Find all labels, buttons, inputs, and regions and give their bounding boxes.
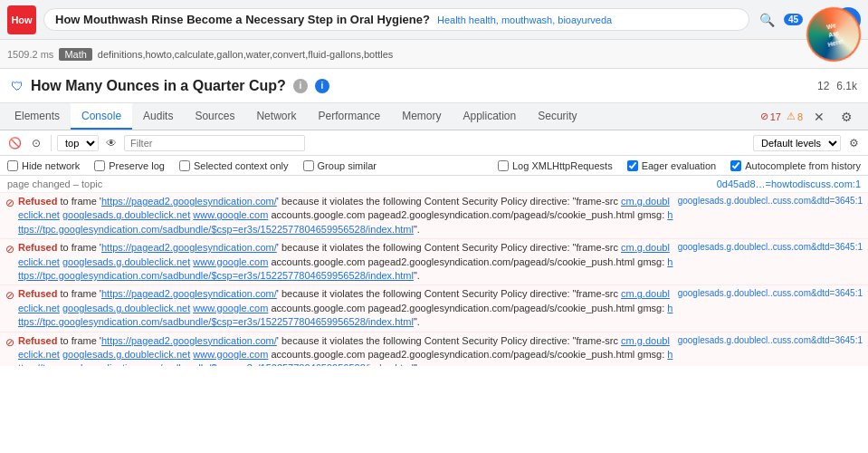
- devtools-close-button[interactable]: ✕: [808, 106, 830, 128]
- error-text-1: Refused to frame 'https://pagead2.google…: [18, 195, 674, 236]
- error-icon: ⊘: [760, 111, 768, 122]
- group-similar-checkbox[interactable]: [303, 160, 314, 171]
- filter-toggle-button[interactable]: ⊙: [27, 134, 45, 152]
- system-message-source: 0d45ad8…=howtodiscuss.com:1: [717, 178, 861, 189]
- devtools-settings-button[interactable]: ⚙: [835, 106, 857, 128]
- error-row-3: ⊘ Refused to frame 'https://pagead2.goog…: [0, 285, 868, 332]
- error-icon-3: ⊘: [5, 288, 14, 304]
- second-bar: 1509.2 ms Math definitions,howto,calcula…: [0, 40, 868, 69]
- error-row-1: ⊘ Refused to frame 'https://pagead2.goog…: [0, 193, 868, 239]
- options-right: Log XMLHttpRequests Eager evaluation Aut…: [498, 160, 861, 171]
- devtools-tabs: Elements Console Audits Sources Network …: [0, 103, 868, 130]
- tab-security[interactable]: Security: [527, 103, 587, 130]
- hide-network-option[interactable]: Hide network: [7, 160, 80, 171]
- eager-eval-option[interactable]: Eager evaluation: [627, 160, 717, 171]
- group-similar-option[interactable]: Group similar: [303, 160, 377, 171]
- console-options-row1: Hide network Preserve log Selected conte…: [0, 156, 868, 176]
- hide-network-checkbox[interactable]: [7, 160, 18, 171]
- page-heading: How Many Ounces in a Quarter Cup?: [31, 78, 286, 94]
- breadcrumb: definitions,howto,calculate,gallon,water…: [98, 49, 394, 60]
- settings-icon-button[interactable]: ⚙: [844, 134, 863, 152]
- system-message: page changed – topic 0d45ad8…=howtodiscu…: [0, 176, 868, 193]
- autocomplete-checkbox[interactable]: [730, 160, 741, 171]
- shield-icon: 🛡: [11, 79, 24, 93]
- log-xml-checkbox[interactable]: [498, 160, 509, 171]
- tab-console[interactable]: Console: [71, 103, 132, 130]
- error-count: ⊘ 17: [760, 111, 781, 122]
- autocomplete-option[interactable]: Autocomplete from history: [730, 160, 861, 171]
- error-text-3: Refused to frame 'https://pagead2.google…: [18, 287, 674, 329]
- tab-network[interactable]: Network: [245, 103, 307, 130]
- error-icon-1: ⊘: [5, 196, 14, 211]
- console-output: page changed – topic 0d45ad8…=howtodiscu…: [0, 176, 868, 366]
- stats-count1: 12: [817, 80, 829, 92]
- console-toolbar: 🚫 ⊙ top 👁 Default levels ⚙: [0, 130, 868, 156]
- error-icon-2: ⊘: [5, 242, 14, 257]
- tab-elements[interactable]: Elements: [4, 103, 71, 130]
- search-button[interactable]: 🔍: [757, 9, 778, 31]
- tab-sources[interactable]: Sources: [184, 103, 245, 130]
- preserve-log-checkbox[interactable]: [94, 160, 105, 171]
- error-text-4: Refused to frame 'https://pagead2.google…: [18, 334, 674, 366]
- browser-bar: How How Mouthwash Rinse Become a Necessa…: [0, 0, 868, 40]
- stats-count2: 6.1k: [836, 80, 857, 92]
- error-source-4[interactable]: googlesads.g.doublecl..cuss.com&dtd=3645…: [678, 334, 863, 347]
- error-source-3[interactable]: googlesads.g.doublecl..cuss.com&dtd=3645…: [678, 287, 863, 300]
- filter-input[interactable]: [124, 135, 305, 151]
- address-bar[interactable]: How Mouthwash Rinse Become a Necessary S…: [43, 8, 749, 31]
- devtools-right: ⊘ 17 ⚠ 8 ✕ ⚙: [760, 106, 864, 128]
- info-badge-gray: i: [293, 79, 308, 93]
- eager-eval-checkbox[interactable]: [627, 160, 638, 171]
- error-text-2: Refused to frame 'https://pagead2.google…: [18, 241, 674, 283]
- health-tag: Health health, mouthwash, bioayurveda: [437, 14, 612, 25]
- eye-button[interactable]: 👁: [102, 134, 120, 152]
- error-row-4: ⊘ Refused to frame 'https://pagead2.goog…: [0, 333, 868, 366]
- tab-performance[interactable]: Performance: [307, 103, 391, 130]
- error-icon-4: ⊘: [5, 335, 14, 351]
- selected-context-option[interactable]: Selected context only: [179, 160, 289, 171]
- category-tag: Math: [59, 48, 91, 61]
- tab-audits[interactable]: Audits: [132, 103, 184, 130]
- clear-console-button[interactable]: 🚫: [5, 134, 24, 152]
- log-xml-option[interactable]: Log XMLHttpRequests: [498, 160, 613, 171]
- tab-application[interactable]: Application: [453, 103, 528, 130]
- preserve-log-option[interactable]: Preserve log: [94, 160, 165, 171]
- page-title: How Mouthwash Rinse Become a Necessary S…: [55, 13, 430, 26]
- level-select[interactable]: Default levels: [753, 135, 841, 151]
- page-size: 1509.2 ms: [7, 49, 53, 60]
- error-source-2[interactable]: googlesads.g.doublecl..cuss.com&dtd=3645…: [678, 241, 863, 254]
- error-row-2: ⊘ Refused to frame 'https://pagead2.goog…: [0, 239, 868, 285]
- info-badge-blue: i: [315, 79, 329, 93]
- error-source-1[interactable]: googlesads.g.doublecl..cuss.com&dtd=3645…: [678, 195, 863, 207]
- warn-icon: ⚠: [787, 111, 796, 122]
- toolbar-divider-1: [51, 135, 52, 151]
- site-logo: How: [7, 5, 36, 34]
- notification-badge: 45: [784, 14, 803, 25]
- warn-count: ⚠ 8: [787, 111, 803, 122]
- page-heading-row: 🛡 How Many Ounces in a Quarter Cup? i i …: [0, 69, 868, 103]
- tab-memory[interactable]: Memory: [391, 103, 452, 130]
- selected-context-checkbox[interactable]: [179, 160, 190, 171]
- context-select[interactable]: top: [57, 135, 99, 151]
